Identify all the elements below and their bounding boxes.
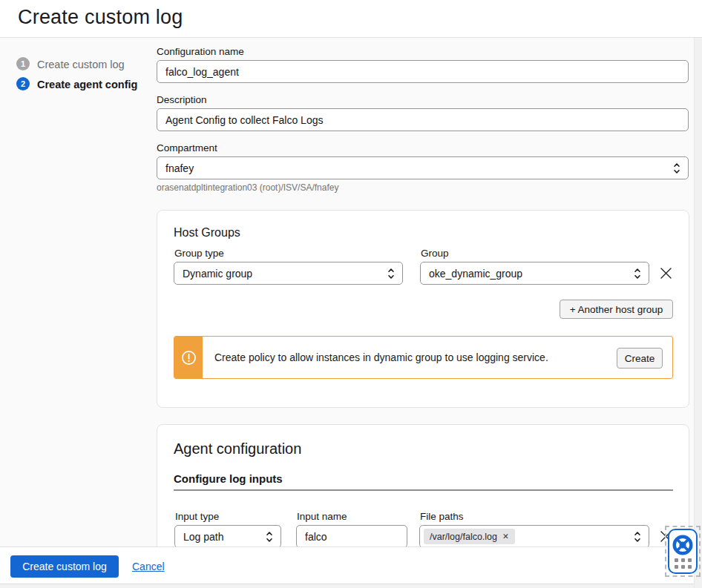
help-widget-drag-outline [665,526,701,577]
create-custom-log-button[interactable]: Create custom log [10,555,119,578]
cancel-link[interactable]: Cancel [132,561,165,572]
page-title: Create custom log [18,6,183,29]
chevron-updown-icon [266,530,273,544]
chevron-updown-icon [634,267,641,280]
description-label: Description [157,94,207,105]
page-header: Create custom log [0,0,702,38]
help-widget[interactable] [668,529,698,574]
group-select-value: oke_dynamic_group [429,268,522,280]
compartment-select[interactable]: fnafey [157,156,689,179]
step-1-circle: 1 [16,57,30,70]
file-path-tag: /var/log/falco.log ✕ [424,529,515,544]
compartment-select-value: fnafey [165,162,194,174]
warning-color-bar [174,337,203,378]
configuration-name-label: Configuration name [157,46,244,57]
tag-remove-icon[interactable]: ✕ [502,532,509,541]
remove-host-group-button[interactable] [657,265,674,281]
host-groups-title: Host Groups [174,226,240,240]
footer-action-bar: Create custom log Cancel [0,546,702,584]
bottom-edge-strip [0,584,702,588]
step-1-label[interactable]: Create custom log [37,59,125,70]
group-type-select[interactable]: Dynamic group [174,262,403,285]
group-select[interactable]: oke_dynamic_group [420,262,649,285]
policy-warning-message: Create policy to allow instances in dyna… [214,337,548,378]
input-type-select[interactable]: Log path [174,525,281,548]
description-input[interactable] [157,108,689,131]
group-label: Group [421,248,449,259]
group-type-label: Group type [174,248,224,259]
create-policy-button[interactable]: Create [617,348,663,369]
host-groups-card: Host Groups Group type Dynamic group Gro… [157,210,689,408]
input-type-label: Input type [175,511,219,522]
section-divider [174,489,673,491]
close-icon [660,267,672,280]
agent-configuration-title: Agent configuration [174,440,301,457]
scrollbar-track[interactable] [694,38,702,588]
policy-warning-banner: Create policy to allow instances in dyna… [174,336,673,379]
chevron-updown-icon [634,530,641,544]
configuration-name-input[interactable] [157,60,689,83]
chevron-updown-icon [387,267,395,280]
chevron-updown-icon [673,162,680,175]
compartment-label: Compartment [157,142,217,153]
help-lifebuoy-icon [672,534,694,556]
step-2-circle: 2 [16,77,30,90]
widget-drag-dots-icon[interactable] [675,558,692,569]
file-paths-combobox[interactable]: /var/log/falco.log ✕ [419,525,649,548]
input-type-select-value: Log path [183,531,224,543]
compartment-path-hint: orasenatdpltintegration03 (root)/ISV/SA/… [157,182,338,193]
step-1-number: 1 [21,59,25,68]
step-2-number: 2 [21,79,25,88]
file-paths-label: File paths [420,511,464,522]
group-type-select-value: Dynamic group [183,268,252,280]
input-name-label: Input name [297,511,347,522]
file-path-tag-text: /var/log/falco.log [430,532,497,542]
another-host-group-button[interactable]: + Another host group [560,300,673,319]
step-2-label[interactable]: Create agent config [37,79,137,90]
warning-exclamation-icon [181,350,197,366]
configure-log-inputs-title: Configure log inputs [174,472,283,485]
input-name-input[interactable] [296,525,407,548]
